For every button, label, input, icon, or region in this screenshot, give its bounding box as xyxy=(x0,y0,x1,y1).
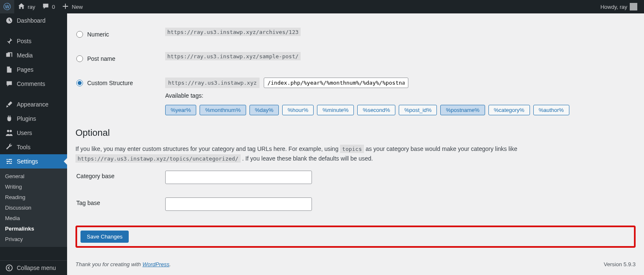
svg-point-0 xyxy=(6,265,12,271)
tag-author[interactable]: %author% xyxy=(533,105,569,115)
category-base-input[interactable] xyxy=(165,171,312,184)
admin-sidebar: Dashboard Posts Media Pages Comments App… xyxy=(0,13,67,275)
howdy-link[interactable]: Howdy, ray xyxy=(597,0,641,13)
tag-day[interactable]: %day% xyxy=(249,105,279,115)
brush-icon xyxy=(5,101,13,108)
optional-heading: Optional xyxy=(75,127,636,138)
tag-postid[interactable]: %post_id% xyxy=(399,105,437,115)
sidebar-item-users[interactable]: Users xyxy=(0,126,67,140)
custom-radio[interactable] xyxy=(76,80,83,86)
collapse-icon xyxy=(5,264,13,272)
comment-icon xyxy=(42,3,49,11)
numeric-example: https://ray.us3.instawp.xyz/archives/123 xyxy=(165,28,301,36)
main-content: Numeric https://ray.us3.instawp.xyz/arch… xyxy=(67,13,644,275)
collapse-menu[interactable]: Collapse menu xyxy=(0,260,67,275)
howdy-text: Howdy, ray xyxy=(600,4,627,10)
postname-example: https://ray.us3.instawp.xyz/sample-post/ xyxy=(165,52,301,60)
topics-code: topics xyxy=(340,145,364,153)
postname-option[interactable]: Post name xyxy=(76,55,156,62)
optional-description: If you like, you may enter custom struct… xyxy=(75,144,537,163)
dashboard-icon xyxy=(5,17,13,24)
save-changes-button[interactable]: Save Changes xyxy=(80,231,129,243)
comments-link[interactable]: 0 xyxy=(39,0,58,13)
wrench-icon xyxy=(5,143,13,151)
sidebar-item-media[interactable]: Media xyxy=(0,48,67,62)
custom-structure-input[interactable] xyxy=(264,78,408,88)
site-name: ray xyxy=(28,4,35,10)
subitem-reading[interactable]: Reading xyxy=(0,192,67,202)
subitem-writing[interactable]: Writing xyxy=(0,182,67,192)
sidebar-item-comments[interactable]: Comments xyxy=(0,77,67,91)
subitem-general[interactable]: General xyxy=(0,171,67,182)
plus-icon xyxy=(62,3,69,11)
settings-submenu: General Writing Reading Discussion Media… xyxy=(0,169,67,247)
tag-category[interactable]: %category% xyxy=(488,105,530,115)
sidebar-item-plugins[interactable]: Plugins xyxy=(0,112,67,126)
new-label: New xyxy=(72,4,83,10)
category-base-label: Category base xyxy=(76,164,160,190)
tag-base-label: Tag base xyxy=(76,191,160,217)
sliders-icon xyxy=(5,158,13,165)
sidebar-item-appearance[interactable]: Appearance xyxy=(0,97,67,112)
sidebar-item-dashboard[interactable]: Dashboard xyxy=(0,13,67,28)
home-icon xyxy=(18,3,25,11)
save-highlight: Save Changes xyxy=(75,226,636,248)
available-tags: %year% %monthnum% %day% %hour% %minute% … xyxy=(165,105,631,115)
tag-hour[interactable]: %hour% xyxy=(282,105,314,115)
subitem-media[interactable]: Media xyxy=(0,213,67,223)
sidebar-item-tools[interactable]: Tools xyxy=(0,140,67,154)
comment-count: 0 xyxy=(52,4,55,10)
subitem-permalinks[interactable]: Permalinks xyxy=(0,223,67,234)
sidebar-item-settings[interactable]: Settings xyxy=(0,154,67,169)
comment-icon xyxy=(5,80,13,88)
admin-toolbar: ⓦ ray 0 New Howdy, ray xyxy=(0,0,644,13)
tag-monthnum[interactable]: %monthnum% xyxy=(200,105,246,115)
tag-minute[interactable]: %minute% xyxy=(317,105,354,115)
plug-icon xyxy=(5,115,13,122)
pin-icon xyxy=(5,37,13,45)
example-url-code: https://ray.us3.instawp.xyz/topics/uncat… xyxy=(75,154,241,163)
postname-radio[interactable] xyxy=(76,55,83,62)
new-content-link[interactable]: New xyxy=(58,0,86,13)
tag-year[interactable]: %year% xyxy=(165,105,196,115)
custom-option[interactable]: Custom Structure xyxy=(76,80,156,86)
numeric-option[interactable]: Numeric xyxy=(76,31,156,38)
custom-prefix: https://ray.us3.instawp.xyz xyxy=(165,78,260,88)
subitem-privacy[interactable]: Privacy xyxy=(0,234,67,244)
tag-second[interactable]: %second% xyxy=(357,105,395,115)
sidebar-item-pages[interactable]: Pages xyxy=(0,62,67,77)
numeric-radio[interactable] xyxy=(76,31,83,38)
tag-base-input[interactable] xyxy=(165,197,312,211)
wordpress-link[interactable]: WordPress xyxy=(143,261,169,267)
available-tags-label: Available tags: xyxy=(165,92,631,99)
page-icon xyxy=(5,66,13,73)
permalink-table: Numeric https://ray.us3.instawp.xyz/arch… xyxy=(75,22,636,122)
wordpress-icon: ⓦ xyxy=(3,2,11,12)
sidebar-item-posts[interactable]: Posts xyxy=(0,34,67,48)
version-text: Version 5.9.3 xyxy=(604,261,636,267)
site-name-link[interactable]: ray xyxy=(14,0,39,13)
subitem-discussion[interactable]: Discussion xyxy=(0,202,67,213)
avatar xyxy=(630,3,637,10)
admin-footer: Thank you for creating with WordPress. V… xyxy=(75,250,636,275)
media-icon xyxy=(5,52,13,59)
wp-logo[interactable]: ⓦ xyxy=(0,0,14,13)
users-icon xyxy=(5,129,13,137)
tag-postname[interactable]: %postname% xyxy=(440,105,485,115)
